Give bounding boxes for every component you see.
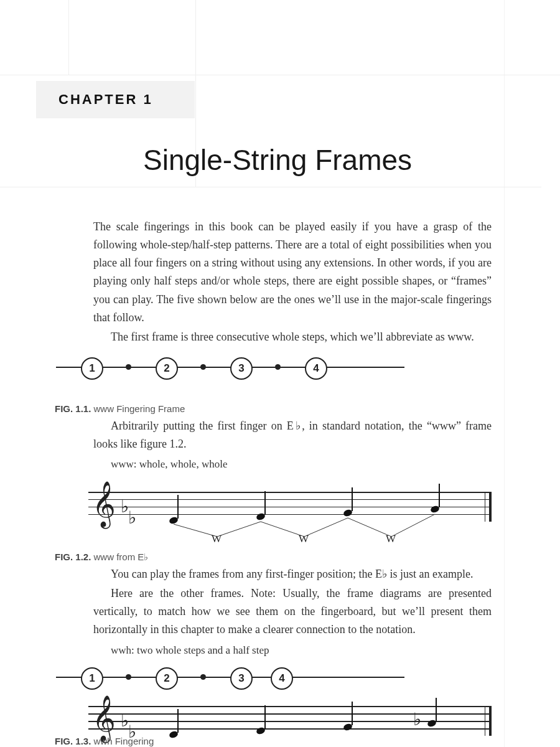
frame-label: www: whole, whole, whole [93, 456, 492, 473]
paragraph: Arbitrarily putting the first finger on … [93, 417, 492, 453]
grid-line [0, 187, 541, 187]
grid-line [0, 75, 560, 75]
interval-label: W [299, 533, 309, 545]
book-page: CHAPTER 1 Single-String Frames The scale… [0, 0, 560, 747]
finger-node: 2 [156, 667, 178, 690]
flat-accidental-icon: ♭ [413, 711, 421, 728]
finger-node: 4 [271, 667, 293, 690]
paragraph: The first frame is three consecutive who… [93, 328, 492, 346]
treble-clef-icon: 𝄞 [92, 698, 116, 738]
grid-line [504, 0, 505, 747]
chapter-title: Single-String Frames [143, 143, 412, 177]
interval-label: W [212, 533, 222, 545]
finger-node: 3 [230, 667, 253, 690]
treble-clef-icon: 𝄞 [92, 484, 116, 524]
finger-node: 1 [81, 667, 103, 690]
body-column: The scale fingerings in this book can be… [93, 218, 492, 382]
finger-node: 4 [305, 357, 327, 380]
finger-node: 3 [230, 357, 253, 380]
flat-accidental-icon: ♭ [128, 509, 136, 527]
chapter-label: CHAPTER 1 [36, 81, 195, 118]
finger-node: 1 [81, 357, 103, 380]
interval-label: W [386, 533, 396, 545]
paragraph: The scale fingerings in this book can be… [93, 218, 492, 327]
fret-dot [200, 674, 206, 680]
figure-caption: FIG. 1.2. www from E♭ [55, 552, 148, 563]
figure-caption: FIG. 1.1. www Fingering Frame [55, 403, 185, 414]
fingering-frame-www: 1 2 3 4 [56, 355, 404, 380]
finger-node: 2 [156, 357, 178, 380]
fret-dot [126, 674, 131, 680]
fret-dot [126, 364, 131, 370]
paragraph: You can play the frames from any first-f… [93, 565, 492, 583]
music-staff: 𝄞 ♭ ♭ ♭ [88, 693, 492, 738]
music-staff: 𝄞 ♭ ♭ W W W [88, 479, 492, 534]
fret-dot [200, 364, 206, 370]
paragraph: Here are the other frames. Note: Usually… [93, 585, 492, 639]
fret-dot [275, 364, 281, 370]
frame-label: wwh: two whole steps and a half step [93, 642, 492, 659]
fingering-frame-wwh: 1 2 3 4 [56, 665, 404, 690]
grid-line [68, 0, 69, 75]
figure-caption: FIG. 1.3. wwh Fingering [55, 736, 154, 746]
